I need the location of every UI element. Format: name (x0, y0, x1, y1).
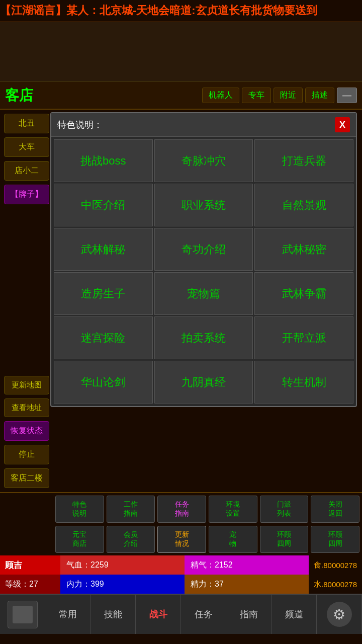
mp-bar: 精气：2152 (185, 555, 309, 575)
tab-row2-2[interactable]: 更新 情况 (157, 526, 206, 553)
tab-row1-4[interactable]: 门派 列表 (260, 496, 309, 523)
big-car-button[interactable]: 大车 (4, 137, 49, 157)
guide-button[interactable]: 指南 (226, 595, 272, 634)
modal-cell-5[interactable]: 自然景观 (254, 184, 353, 226)
map-area (0, 22, 362, 82)
water-status: 水.80000278 (309, 575, 362, 594)
inn-second-button[interactable]: 客店二楼 (4, 468, 49, 488)
modal-header: 特色说明： X (51, 113, 356, 137)
tab-row1-2[interactable]: 任务 指南 (157, 496, 206, 523)
inn-title: 客店 (5, 86, 33, 105)
channel-label: 频道 (285, 608, 303, 620)
sign-button[interactable]: 【牌子】 (4, 185, 49, 204)
modal-cell-16[interactable]: 九阴真经 (154, 361, 253, 404)
food-status: 食.80000278 (309, 555, 362, 575)
stop-button[interactable]: 停止 (4, 445, 49, 464)
modal-cell-12[interactable]: 迷宫探险 (54, 316, 153, 359)
settings-button[interactable]: ⚙ (317, 595, 362, 634)
modal-cell-3[interactable]: 中医介绍 (54, 184, 153, 226)
settings-icon: ⚙ (327, 602, 352, 627)
left-sidebar: 北丑 大车 店小二 【牌子】 更新地图 查看地址 恢复状态 停止 客店二楼 (0, 110, 53, 492)
tab-row2-1[interactable]: 会员 介绍 (107, 526, 155, 553)
marquee-banner: 【江湖谣言】某人：北京城-天地会暗道:玄贞道长有批货物要送到 (0, 0, 362, 22)
hp-bar: 气血：2259 (60, 555, 185, 575)
inn-header: 客店 机器人 专车 附近 描述 — (0, 82, 362, 110)
modal-cell-1[interactable]: 奇脉冲穴 (154, 139, 253, 182)
modal-grid: 挑战boss奇脉冲穴打造兵器中医介绍职业系统自然景观武林解秘奇功介绍武林秘密造房… (51, 137, 356, 406)
restore-button[interactable]: 恢复状态 (4, 421, 49, 441)
inner-bar: 内力：399 (60, 575, 185, 594)
status-row2: 等级：27 内力：399 精力：37 水.80000278 (0, 575, 362, 594)
bottom-nav: 常用 技能 战斗 任务 指南 频道 ⚙ (0, 594, 362, 634)
tab-row1-0[interactable]: 特色 说明 (55, 496, 104, 523)
tab-row2-3[interactable]: 宠 物 (209, 526, 257, 553)
modal-cell-9[interactable]: 造房生子 (54, 272, 153, 315)
nearby-button[interactable]: 附近 (274, 88, 303, 103)
fight-button[interactable]: 战斗 (136, 595, 181, 634)
marquee-text: 【江湖谣言】某人：北京城-天地会暗道:玄贞道长有批货物要送到 (0, 3, 317, 18)
input-button[interactable] (0, 595, 45, 634)
main-content: 北丑 大车 店小二 【牌子】 更新地图 查看地址 恢复状态 停止 客店二楼 特色… (0, 110, 362, 492)
shop-kid-button[interactable]: 店小二 (4, 161, 49, 181)
modal-cell-0[interactable]: 挑战boss (54, 139, 153, 182)
robot-button[interactable]: 机器人 (202, 88, 239, 103)
minimize-button[interactable]: — (337, 88, 357, 103)
status-area: 顾吉 气血：2259 精气：2152 食.80000278 等级：27 内力：3… (0, 555, 362, 594)
modal-cell-8[interactable]: 武林秘密 (254, 228, 353, 271)
feature-modal: 特色说明： X 挑战boss奇脉冲穴打造兵器中医介绍职业系统自然景观武林解秘奇功… (50, 112, 357, 407)
fight-label: 战斗 (149, 608, 167, 620)
describe-button[interactable]: 描述 (305, 88, 334, 103)
tab-row2-0[interactable]: 元宝 商店 (55, 526, 104, 553)
tabs-row1: 特色 说明工作 指南任务 指南环境 设置门派 列表关闭 返回 (0, 493, 362, 524)
modal-cell-15[interactable]: 华山论剑 (54, 361, 153, 404)
tab-row1-3[interactable]: 环境 设置 (209, 496, 257, 523)
stamina-bar: 精力：37 (185, 575, 309, 594)
modal-cell-4[interactable]: 职业系统 (154, 184, 253, 226)
tab-row1-1[interactable]: 工作 指南 (107, 496, 155, 523)
modal-title: 特色说明： (57, 119, 103, 131)
channel-button[interactable]: 频道 (272, 595, 317, 634)
modal-cell-14[interactable]: 开帮立派 (254, 316, 353, 359)
player-name: 顾吉 (0, 555, 60, 575)
modal-cell-13[interactable]: 拍卖系统 (154, 316, 253, 359)
tabs-row2: 元宝 商店会员 介绍更新 情况宠 物环顾 四周环顾 四周 (0, 524, 362, 555)
task-label: 任务 (195, 608, 213, 620)
bottom-tabs: 特色 说明工作 指南任务 指南环境 设置门派 列表关闭 返回 元宝 商店会员 介… (0, 492, 362, 555)
skill-label: 技能 (104, 608, 122, 620)
input-icon (8, 601, 38, 628)
guide-label: 指南 (240, 608, 258, 620)
modal-cell-7[interactable]: 奇功介绍 (154, 228, 253, 271)
modal-close-button[interactable]: X (335, 117, 350, 132)
modal-cell-11[interactable]: 武林争霸 (254, 272, 353, 315)
update-map-button[interactable]: 更新地图 (4, 376, 49, 394)
common-label: 常用 (59, 608, 77, 620)
task-button[interactable]: 任务 (181, 595, 226, 634)
modal-cell-2[interactable]: 打造兵器 (254, 139, 353, 182)
tab-row1-5[interactable]: 关闭 返回 (311, 496, 359, 523)
modal-cell-17[interactable]: 转生机制 (254, 361, 353, 404)
status-row1: 顾吉 气血：2259 精气：2152 食.80000278 (0, 555, 362, 575)
skill-button[interactable]: 技能 (90, 595, 136, 634)
tab-row2-5[interactable]: 环顾 四周 (311, 526, 359, 553)
tab-row2-4[interactable]: 环顾 四周 (260, 526, 309, 553)
modal-cell-6[interactable]: 武林解秘 (54, 228, 153, 271)
north-ugly-button[interactable]: 北丑 (4, 114, 49, 133)
common-button[interactable]: 常用 (45, 595, 90, 634)
modal-cell-10[interactable]: 宠物篇 (154, 272, 253, 315)
car-button[interactable]: 专车 (242, 88, 271, 103)
check-addr-button[interactable]: 查看地址 (4, 398, 49, 417)
level-status: 等级：27 (0, 575, 60, 594)
